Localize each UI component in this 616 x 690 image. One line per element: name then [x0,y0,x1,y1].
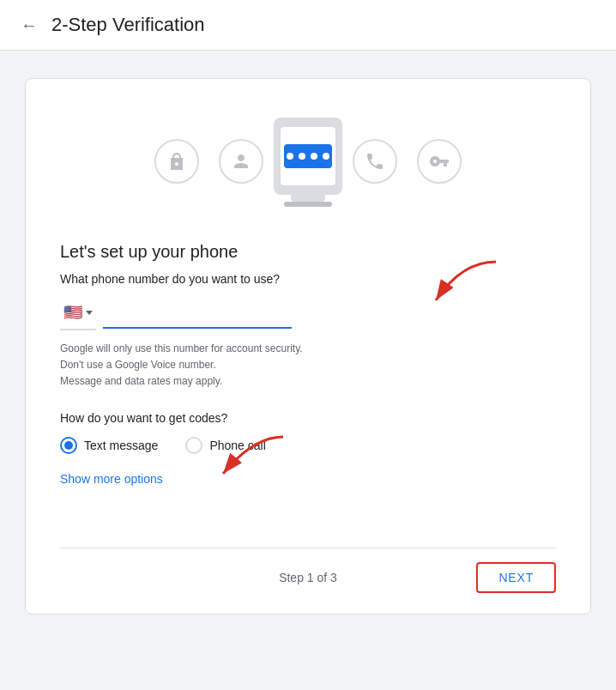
page-title: 2-Step Verification [51,14,205,36]
radio-label-call: Phone call [209,439,265,452]
hint-line-3: Message and data rates may apply. [60,373,556,390]
country-selector[interactable]: 🇺🇸 [60,296,96,330]
phone-illustration [274,118,342,207]
illustration-row [60,106,556,218]
card: Let's set up your phone What phone numbe… [25,78,591,614]
phone-input-row: 🇺🇸 [60,296,556,330]
step-info: Step 1 of 3 [279,571,337,584]
key-icon [417,139,462,184]
radio-phone-call[interactable]: Phone call [185,437,265,454]
lock-icon [154,139,199,184]
next-button[interactable]: NEXT [476,562,556,593]
hint-text: Google will only use this number for acc… [60,341,556,390]
radio-inner-text [64,441,73,450]
hint-line-2: Don't use a Google Voice number. [60,357,556,373]
chevron-down-icon [86,311,93,315]
hint-line-1: Google will only use this number for acc… [60,341,556,357]
person-icon [219,139,263,184]
page-header: ← 2-Step Verification [0,0,616,51]
main-content: Let's set up your phone What phone numbe… [0,51,616,690]
radio-text-message[interactable]: Text message [60,437,158,454]
radio-label-text: Text message [84,439,158,452]
country-flag: 🇺🇸 [63,303,82,322]
phone-call-icon [353,139,397,184]
show-more-options-link[interactable]: Show more options [60,472,163,486]
card-footer: Step 1 of 3 NEXT [60,548,556,593]
phone-question-label: What phone number do you want to use? [60,272,556,286]
phone-number-input[interactable] [103,298,292,329]
back-button[interactable]: ← [21,15,38,35]
codes-question-label: How do you want to get codes? [60,411,556,425]
radio-circle-call [185,437,202,454]
radio-circle-text [60,437,77,454]
radio-options-row: Text message Phone call [60,437,556,454]
section-title: Let's set up your phone [60,242,556,262]
